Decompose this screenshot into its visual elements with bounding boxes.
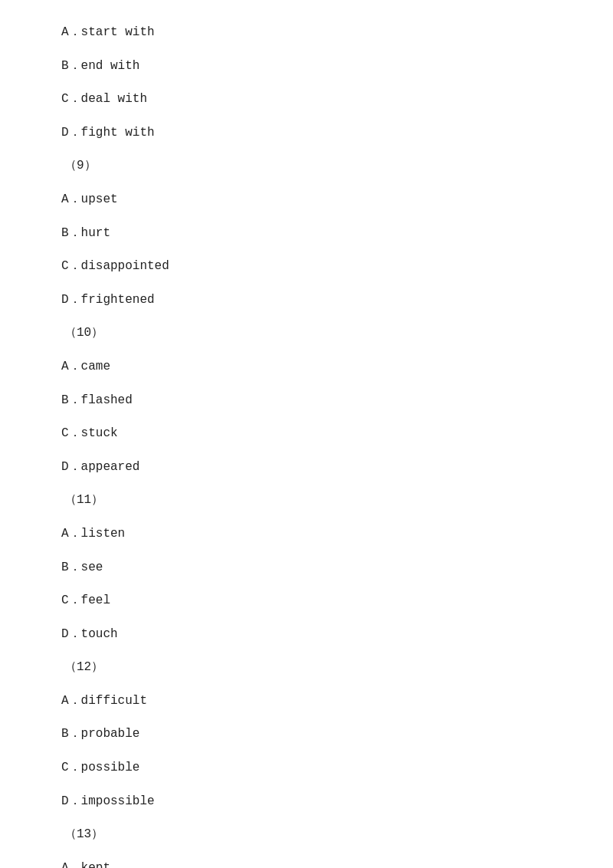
option-1-2: C．disappointed [61,257,552,277]
main-content: A．start withB．end withC．deal withD．fight… [0,0,613,868]
option-4-2: C．possible [61,758,552,778]
option-2-0: A．came [61,357,552,377]
question-number-1: （9） [61,156,552,176]
option-1-1: B．hurt [61,224,552,244]
option-1-3: D．frightened [61,291,552,311]
option-0-3: D．fight with [61,123,552,143]
question-number-3: （11） [61,491,552,511]
option-3-3: D．touch [61,625,552,645]
option-5-0: A．kept [61,859,552,868]
option-4-3: D．impossible [61,792,552,812]
option-0-1: B．end with [61,57,552,77]
option-0-2: C．deal with [61,90,552,110]
option-2-3: D．appeared [61,458,552,478]
option-3-1: B．see [61,558,552,578]
question-number-2: （10） [61,324,552,344]
option-0-0: A．start with [61,23,552,43]
option-4-0: A．difficult [61,692,552,712]
question-number-4: （12） [61,658,552,678]
option-3-2: C．feel [61,591,552,611]
option-1-0: A．upset [61,190,552,210]
option-2-1: B．flashed [61,391,552,411]
option-4-1: B．probable [61,725,552,745]
question-number-5: （13） [61,825,552,845]
option-3-0: A．listen [61,524,552,544]
option-2-2: C．stuck [61,424,552,444]
